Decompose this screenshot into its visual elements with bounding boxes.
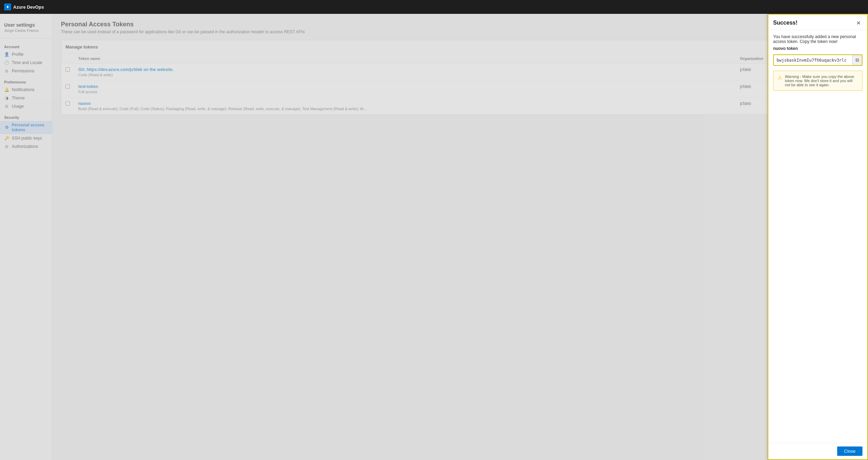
success-panel-footer: Close <box>768 443 867 459</box>
close-action-button[interactable]: Close <box>837 446 862 456</box>
azure-devops-icon <box>4 3 11 10</box>
warning-box: ⚠ Warning - Make sure you copy the above… <box>773 71 862 91</box>
success-panel-header: Success! ✕ <box>768 15 867 30</box>
success-panel-body: You have successfully added a new person… <box>768 30 867 443</box>
topbar: Azure DevOps <box>0 0 868 14</box>
topbar-logo[interactable]: Azure DevOps <box>4 3 44 10</box>
token-input-row: ⧉ <box>773 54 862 66</box>
token-value-input[interactable] <box>774 56 851 65</box>
success-message-text: You have successfully added a new person… <box>773 34 856 44</box>
close-panel-button[interactable]: ✕ <box>854 19 862 27</box>
overlay <box>0 14 868 460</box>
success-panel: Success! ✕ You have successfully added a… <box>768 14 868 460</box>
warning-text: Warning - Make sure you copy the above t… <box>785 74 858 87</box>
copy-icon: ⧉ <box>856 57 859 63</box>
token-name-label: nuovo token <box>773 46 862 51</box>
copy-token-button[interactable]: ⧉ <box>852 55 862 65</box>
warning-icon: ⚠ <box>778 75 782 87</box>
success-title: Success! <box>773 20 797 26</box>
topbar-logo-text: Azure DevOps <box>13 5 44 10</box>
success-message: You have successfully added a new person… <box>773 34 862 44</box>
